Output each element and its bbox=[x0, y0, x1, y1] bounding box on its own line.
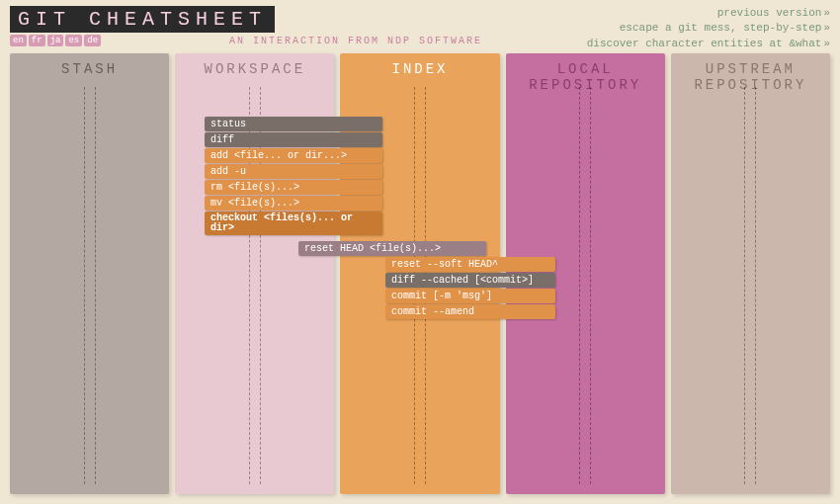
cmd-commit-amend[interactable]: commit --amend bbox=[385, 304, 555, 319]
col-title-stash: STASH bbox=[10, 53, 169, 81]
header-links: previous version escape a git mess, step… bbox=[587, 6, 830, 51]
lang-ja[interactable]: ja bbox=[47, 35, 64, 46]
lang-fr[interactable]: fr bbox=[29, 35, 45, 46]
cmd-add-file[interactable]: add <file... or dir...> bbox=[205, 148, 382, 163]
page-title: GIT CHEATSHEET bbox=[10, 6, 275, 33]
cmd-status[interactable]: status bbox=[205, 117, 382, 131]
link-andwhat[interactable]: discover character entities at &what bbox=[587, 37, 830, 51]
col-stash[interactable]: STASH bbox=[10, 53, 169, 494]
col-track bbox=[84, 87, 96, 484]
col-title-workspace: WORKSPACE bbox=[175, 53, 334, 81]
col-track bbox=[744, 87, 756, 484]
cmd-diff-cached[interactable]: diff --cached [<commit>] bbox=[385, 273, 555, 288]
language-switcher: en fr ja es de bbox=[10, 35, 101, 46]
cmd-checkout[interactable]: checkout <files(s)... or dir> bbox=[205, 211, 382, 235]
link-escape-git-mess[interactable]: escape a git mess, step-by-step bbox=[587, 21, 830, 36]
cmd-reset-head[interactable]: reset HEAD <file(s)...> bbox=[298, 241, 486, 256]
lang-es[interactable]: es bbox=[65, 35, 82, 46]
lang-de[interactable]: de bbox=[84, 35, 101, 46]
col-upstream-repo[interactable]: UPSTREAM REPOSITORY bbox=[671, 53, 830, 494]
cmd-add-u[interactable]: add -u bbox=[205, 164, 382, 179]
cmd-diff[interactable]: diff bbox=[205, 132, 382, 147]
page-subtitle: AN INTERACTION FROM NDP SOFTWARE bbox=[229, 36, 482, 46]
cmd-reset-soft[interactable]: reset --soft HEAD^ bbox=[385, 257, 555, 272]
lang-en[interactable]: en bbox=[10, 35, 27, 46]
link-previous-version[interactable]: previous version bbox=[587, 6, 830, 21]
cmd-mv[interactable]: mv <file(s)...> bbox=[205, 196, 382, 210]
col-title-index: INDEX bbox=[340, 53, 499, 81]
cmd-commit[interactable]: commit [-m 'msg'] bbox=[385, 289, 555, 303]
cmd-rm[interactable]: rm <file(s)...> bbox=[205, 180, 382, 195]
col-track bbox=[579, 87, 591, 484]
